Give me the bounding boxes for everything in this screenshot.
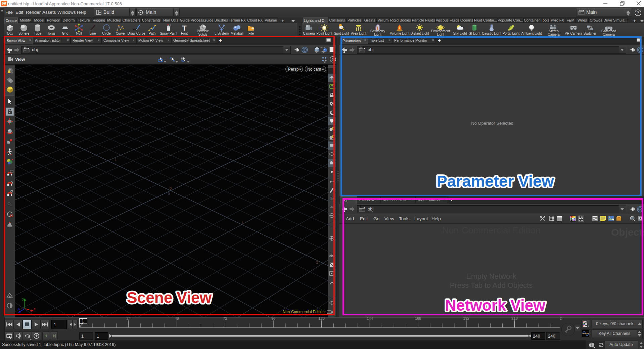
svg-text:216: 216	[511, 317, 517, 320]
svg-text:Scene View: Scene View	[127, 289, 212, 306]
svg-text:144: 144	[367, 317, 373, 320]
svg-text:T: T	[182, 24, 187, 32]
svg-text:?: ?	[637, 10, 639, 15]
svg-text:120: 120	[319, 317, 325, 320]
svg-text:Parameter View: Parameter View	[436, 172, 554, 190]
svg-text:48: 48	[175, 317, 179, 320]
svg-text:72: 72	[223, 317, 227, 320]
svg-text:240: 240	[560, 317, 562, 320]
svg-text:96: 96	[271, 317, 275, 320]
svg-text:Network View: Network View	[445, 297, 545, 314]
svg-text:168: 168	[415, 317, 421, 320]
svg-text:24: 24	[127, 317, 131, 320]
svg-text:192: 192	[463, 317, 469, 320]
